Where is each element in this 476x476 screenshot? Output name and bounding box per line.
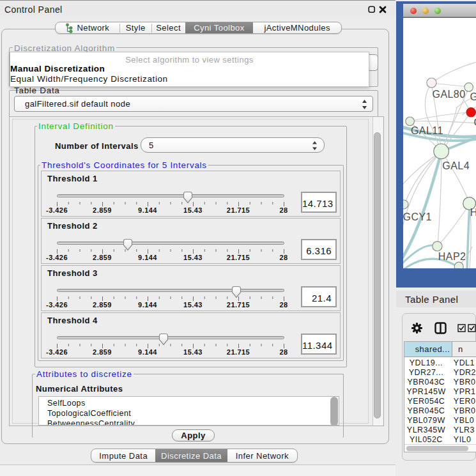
svg-text:GA: GA (470, 91, 476, 102)
svg-text:GAL4: GAL4 (442, 160, 470, 171)
svg-text:H: H (470, 207, 476, 218)
svg-text:GAL80: GAL80 (433, 89, 466, 100)
svg-text:G: G (474, 117, 476, 128)
svg-text:GAL11: GAL11 (411, 125, 443, 136)
svg-text:GCY1: GCY1 (403, 211, 432, 222)
svg-text:HAP2: HAP2 (438, 251, 466, 262)
